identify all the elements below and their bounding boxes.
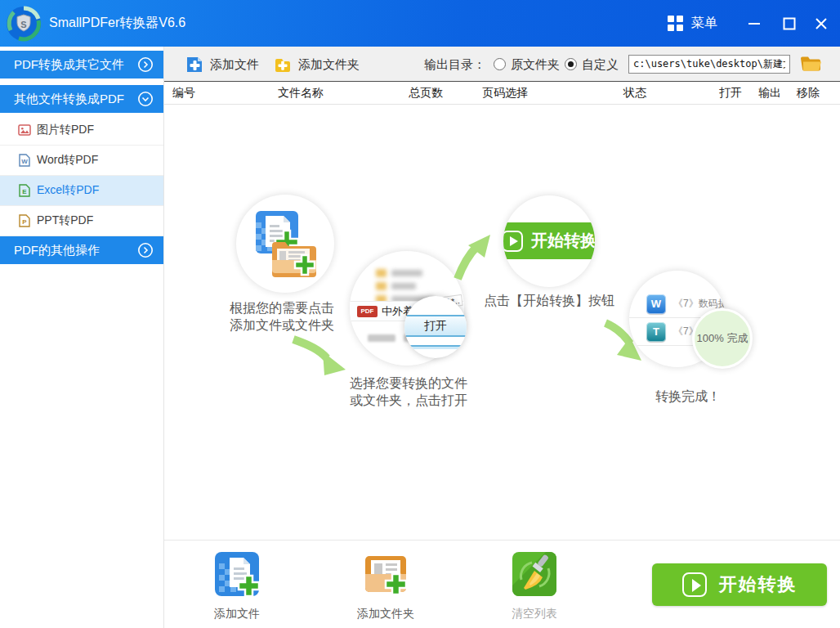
maximize-button[interactable] — [777, 11, 802, 36]
column-header-number: 编号 — [172, 86, 195, 101]
add-folder-big-label: 添加文件夹 — [349, 607, 422, 621]
radio-custom-folder-label[interactable]: 自定义 — [582, 57, 619, 73]
play-icon — [682, 572, 707, 597]
sidebar-item-label: Word转PDF — [37, 153, 98, 168]
chevron-right-circle-icon — [137, 56, 154, 73]
titlebar: S SmallPDFer转换器V6.6 菜单 — [0, 0, 840, 47]
browse-folder-icon — [800, 55, 822, 73]
pdf-badge: PDF — [357, 306, 378, 317]
progress-complete-magnifier: 100% 完成 — [692, 308, 753, 369]
add-folder-button[interactable]: 添加文件夹 — [274, 55, 360, 74]
minimize-icon — [745, 15, 763, 33]
close-button[interactable] — [809, 11, 833, 36]
sidebar-section-pdf-other-ops[interactable]: PDF的其他操作 — [0, 236, 163, 264]
sidebar: PDF转换成其它文件 其他文件转换成PDF 图片转PDF — [0, 47, 164, 628]
column-header-total-pages: 总页数 — [409, 86, 443, 101]
sidebar-section-other-to-pdf[interactable]: 其他文件转换成PDF — [0, 85, 163, 113]
start-convert-button[interactable]: 开始转换 — [652, 563, 827, 606]
browse-folder-button[interactable] — [800, 55, 822, 73]
add-file-big-icon — [214, 551, 260, 597]
chevron-right-circle-icon — [137, 242, 154, 258]
radio-custom-folder[interactable] — [565, 58, 577, 70]
radio-original-folder[interactable] — [494, 58, 506, 70]
sidebar-section-pdf-to-other[interactable]: PDF转换成其它文件 — [0, 51, 163, 78]
tutorial-step1-caption: 根据您的需要点击 添加文件或文件夹 — [230, 299, 334, 334]
sidebar-section-label: PDF的其他操作 — [14, 243, 100, 258]
clear-list-brush-icon — [512, 551, 557, 597]
dialog-button-edge — [404, 345, 467, 349]
dialog-open-button: 打开 — [404, 315, 467, 337]
column-header-status: 状态 — [623, 86, 646, 101]
add-file-folder-illustration-icon — [236, 195, 334, 293]
blurred-text-bar — [368, 334, 395, 342]
tutorial-step2-caption: 选择您要转换的文件 或文件夹，点击打开 — [350, 375, 467, 409]
column-header-open: 打开 — [719, 86, 742, 101]
column-header-output: 输出 — [758, 86, 781, 101]
output-dir-label: 输出目录： — [424, 57, 485, 73]
excel-letter: E — [22, 188, 27, 195]
word-file-badge: W — [646, 294, 666, 314]
sidebar-section-label: 其他文件转换成PDF — [14, 92, 124, 107]
app-window: S SmallPDFer转换器V6.6 菜单 PDF转换成其 — [0, 0, 840, 628]
start-convert-label: 开始转换 — [719, 572, 798, 597]
clear-list-button[interactable]: 清空列表 — [498, 551, 571, 621]
sidebar-item-excel-to-pdf[interactable]: E Excel转PDF — [0, 176, 163, 206]
add-file-label: 添加文件 — [210, 57, 259, 73]
toolbar: 添加文件 添加文件夹 输出目录： 原文件夹 自定义 — [164, 47, 840, 82]
minimize-button[interactable] — [742, 11, 766, 36]
tutorial-step4-caption: 转换完成！ — [655, 388, 721, 405]
sidebar-item-image-to-pdf[interactable]: 图片转PDF — [0, 115, 163, 146]
app-title: SmallPDFer转换器V6.6 — [49, 15, 185, 32]
close-icon — [812, 15, 830, 33]
arrow-down-right-icon — [288, 335, 347, 376]
play-icon — [503, 231, 523, 252]
sidebar-section-label: PDF转换成其它文件 — [14, 57, 124, 73]
sidebar-item-label: Excel转PDF — [37, 183, 99, 198]
radio-original-folder-label[interactable]: 原文件夹 — [511, 57, 560, 73]
file-table-header: 编号 文件名称 总页数 页码选择 状态 打开 输出 移除 — [164, 82, 840, 105]
clear-list-label: 清空列表 — [498, 607, 571, 621]
start-convert-illustration: 开始转换 — [503, 222, 595, 259]
open-button-magnifier: 打开 — [404, 296, 467, 358]
word-doc-icon: W — [17, 153, 32, 168]
output-path-input[interactable] — [628, 55, 790, 74]
sidebar-item-label: 图片转PDF — [37, 123, 94, 137]
image-icon — [17, 123, 32, 137]
logo-letter: S — [20, 19, 26, 29]
add-file-icon — [185, 56, 203, 74]
column-header-page-select: 页码选择 — [482, 86, 528, 101]
add-folder-icon — [274, 56, 292, 74]
tutorial-step3-caption: 点击【开始转换】按钮 — [484, 292, 614, 309]
sidebar-item-word-to-pdf[interactable]: W Word转PDF — [0, 146, 163, 176]
tutorial-area: 根据您的需要点击 添加文件或文件夹 PDF 中外着名疑 (*.pdf,*.. — [164, 105, 840, 540]
tutorial-step1-circle — [236, 195, 334, 293]
sidebar-item-label: PPT转PDF — [37, 213, 93, 228]
add-file-big-label: 添加文件 — [200, 607, 274, 621]
add-file-big-button[interactable]: 添加文件 — [200, 551, 274, 621]
txt-file-badge: T — [646, 322, 666, 342]
menu-button[interactable]: 菜单 — [668, 0, 717, 47]
app-logo-icon: S — [6, 6, 42, 42]
add-folder-big-icon — [363, 551, 409, 597]
column-header-filename: 文件名称 — [278, 86, 324, 101]
chevron-down-circle-icon — [137, 91, 154, 107]
column-header-remove: 移除 — [797, 86, 820, 101]
tutorial-step3-circle: 开始转换 — [503, 195, 595, 287]
word-letter: W — [21, 158, 28, 165]
maximize-icon — [780, 15, 798, 33]
progress-complete-text: 100% 完成 — [697, 331, 748, 346]
ppt-letter: P — [22, 218, 27, 226]
excel-doc-icon: E — [17, 183, 32, 198]
menu-label: 菜单 — [691, 15, 717, 32]
add-file-button[interactable]: 添加文件 — [185, 55, 259, 74]
bottom-action-bar: 添加文件 添加文件夹 — [164, 540, 840, 628]
start-convert-text: 开始转换 — [531, 230, 595, 252]
add-folder-label: 添加文件夹 — [298, 57, 360, 73]
sidebar-item-ppt-to-pdf[interactable]: P PPT转PDF — [0, 206, 163, 236]
arrow-up-right-icon — [450, 232, 493, 283]
add-folder-big-button[interactable]: 添加文件夹 — [349, 551, 422, 621]
ppt-doc-icon: P — [17, 213, 32, 228]
menu-grid-icon — [668, 16, 683, 31]
